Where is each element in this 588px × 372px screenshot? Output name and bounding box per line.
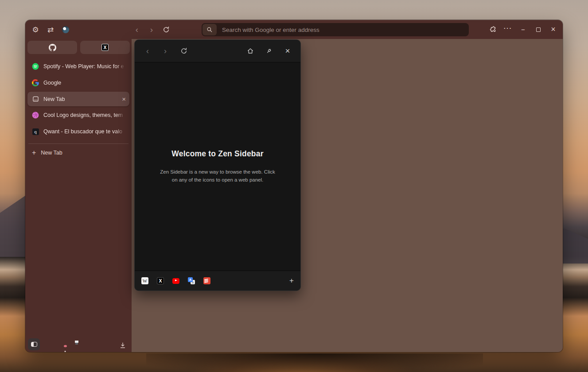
wallpaper-water-ripples (146, 353, 483, 372)
site-youtube[interactable] (172, 277, 179, 284)
gear-icon: ⚙ (32, 26, 39, 34)
workspace-pig[interactable] (62, 343, 68, 349)
close-tab-icon[interactable]: × (119, 95, 126, 103)
panel-reload-button[interactable] (178, 45, 190, 57)
menu-button[interactable]: ··· (502, 23, 514, 35)
panel-close-button[interactable]: × (282, 45, 293, 57)
swap-arrows-icon: ⇄ (47, 26, 54, 34)
pinned-tab-x[interactable]: X (80, 41, 130, 54)
toolbar: ⚙ ⇄ ‹ › (25, 20, 563, 39)
new-tab-button[interactable]: + New Tab (27, 147, 129, 159)
panel-pin-button[interactable] (263, 45, 275, 57)
maximize-icon (536, 27, 541, 32)
new-tab-button-label: New Tab (41, 150, 62, 156)
tab-label: New Tab (43, 96, 119, 102)
wikipedia-icon: W (141, 277, 148, 284)
home-icon (247, 47, 254, 54)
pinned-tab-github[interactable] (27, 41, 77, 54)
profile-avatar-icon[interactable] (62, 26, 69, 33)
workspace-switcher (62, 343, 92, 349)
maximize-button[interactable] (532, 23, 544, 35)
pinned-tabs: X (27, 41, 130, 54)
tab-label: Spotify - Web Player: Music for e (43, 63, 126, 70)
sidebar-divider (28, 143, 129, 144)
add-site-button[interactable]: + (289, 276, 294, 285)
site-x[interactable]: X (157, 277, 164, 284)
settings-button[interactable]: ⚙ (29, 23, 42, 36)
dribbble-icon (32, 112, 39, 119)
browser-window: ⚙ ⇄ ‹ › (25, 20, 563, 352)
sync-tabs-button[interactable]: ⇄ (44, 23, 57, 36)
todoist-icon (203, 277, 210, 284)
plus-icon: + (32, 149, 36, 157)
close-icon: × (285, 46, 290, 56)
url-bar-placeholder: Search with Google or enter address (222, 27, 319, 33)
x-logo-icon: X (157, 277, 164, 284)
site-google-translate[interactable]: a A (188, 277, 195, 284)
extensions-button[interactable] (487, 23, 499, 35)
tab-dribbble[interactable]: Cool Logo designs, themes, tem (27, 108, 129, 122)
tab-google[interactable]: Google (27, 76, 129, 89)
translate-icon: A (188, 277, 193, 282)
tab-label: Qwant - El buscador que te valo (43, 128, 126, 135)
panel-forward-button[interactable]: › (160, 45, 171, 57)
qwant-icon: q (32, 128, 39, 135)
chevron-left-icon: ‹ (136, 25, 138, 35)
panel-back-button[interactable]: ‹ (142, 45, 153, 57)
downloads-button[interactable] (119, 342, 126, 349)
google-icon (32, 79, 39, 86)
reload-button[interactable] (160, 23, 172, 36)
close-window-button[interactable]: × (547, 23, 559, 35)
chevron-right-icon: › (150, 25, 153, 35)
back-button[interactable]: ‹ (131, 23, 143, 36)
panel-content: Welcome to Zen Sidebar Zen Sidebar is a … (135, 62, 300, 271)
tab-qwant[interactable]: q Qwant - El buscador que te valo (27, 125, 129, 138)
minimize-icon: − (521, 26, 525, 33)
close-icon: × (551, 25, 556, 34)
github-icon (49, 44, 56, 51)
new-tab-icon (32, 96, 39, 103)
desktop-wallpaper: ⚙ ⇄ ‹ › (0, 0, 588, 372)
tab-label: Cool Logo designs, themes, tem (43, 112, 126, 118)
site-todoist[interactable] (203, 277, 210, 284)
youtube-icon (172, 278, 179, 284)
window-controls: ··· − × (487, 23, 559, 35)
chevron-left-icon: ‹ (146, 46, 149, 56)
panel-description: Zen Sidebar is a new way to browse the w… (158, 168, 277, 184)
reload-icon (180, 47, 187, 54)
puzzle-icon (490, 26, 497, 33)
tab-sidebar: X Spotify - Web Player: Music for e (25, 39, 132, 353)
chevron-right-icon: › (164, 46, 167, 56)
search-icon (206, 27, 213, 33)
tab-spotify[interactable]: Spotify - Web Player: Music for e (27, 60, 129, 73)
panel-title: Welcome to Zen Sidebar (171, 149, 263, 159)
forward-button[interactable]: › (145, 23, 158, 36)
panel-site-bar: W X a A + (135, 271, 300, 291)
panel-toolbar: ‹ › (135, 40, 300, 62)
pin-icon (265, 47, 273, 54)
zen-sidebar-panel: ‹ › (134, 39, 301, 291)
tab-label: Google (43, 80, 126, 86)
sidebar-bottom-bar (25, 335, 132, 353)
x-logo-icon: X (101, 44, 109, 51)
url-bar[interactable]: Search with Google or enter address (202, 23, 469, 36)
active-workspace-dot (65, 351, 66, 352)
tab-new-tab-active[interactable]: New Tab × (27, 92, 129, 106)
spotify-icon (32, 63, 39, 70)
sidebar-toggle-icon (31, 342, 37, 347)
download-icon (119, 342, 126, 349)
search-engine-chip[interactable] (202, 24, 217, 35)
workspace-floppy[interactable] (74, 343, 80, 349)
sidebar-toggle-button[interactable] (28, 338, 40, 350)
workspace-globe[interactable] (86, 343, 92, 349)
reload-icon (163, 26, 170, 33)
panel-home-button[interactable] (245, 45, 256, 57)
minimize-button[interactable]: − (517, 23, 529, 35)
ellipsis-icon: ··· (504, 25, 512, 34)
site-wikipedia[interactable]: W (141, 277, 148, 284)
